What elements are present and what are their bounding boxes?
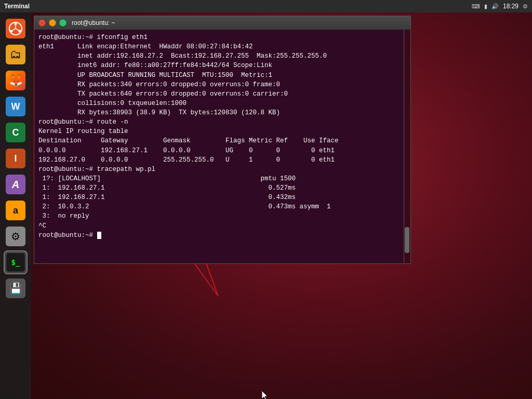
calc-icon: C	[6, 123, 25, 142]
keyboard-icon[interactable]: ⌨	[472, 3, 480, 10]
speaker-icon[interactable]: 🔊	[491, 3, 499, 10]
term-line-9: RX bytes:38903 (38.9 KB) TX bytes:120830…	[38, 108, 406, 117]
terminal-cursor	[97, 232, 101, 239]
sidebar-item-disk[interactable]: 💾	[4, 276, 28, 300]
battery-icon[interactable]: ▮	[484, 3, 487, 10]
terminal-dock-icon: $_	[6, 252, 25, 272]
svg-point-6	[10, 30, 13, 33]
font-icon: A	[6, 175, 25, 194]
term-line-12: Kernel IP routing table	[38, 127, 406, 136]
term-line-20: 2: 10.0.3.2 0.473ms asymm 1	[38, 202, 406, 211]
term-prompt-line: root@ubuntu:~#	[38, 231, 406, 240]
terminal-body[interactable]: root@ubuntu:~# ifconfig eth1 eth1 Link e…	[34, 30, 410, 263]
svg-marker-10	[262, 391, 268, 399]
files-icon: 🗂	[6, 45, 25, 64]
sidebar-item-calc[interactable]: C	[4, 121, 28, 144]
taskbar-right: ⌨ ▮ 🔊 18:29 ⚙	[472, 3, 528, 10]
svg-line-8	[16, 29, 19, 31]
term-line-4: inet6 addr: fe80::a00:27ff:fe84:b442/64 …	[38, 61, 406, 70]
svg-point-4	[15, 23, 17, 25]
writer-icon: W	[6, 97, 25, 116]
term-line-2: eth1 Link encap:Ethernet HWaddr 08:00:27…	[38, 42, 406, 51]
term-line-17: 1?: [LOCALHOST] pmtu 1500	[38, 174, 406, 183]
term-line-16: root@ubuntu:~# tracepath wp.pl	[38, 165, 406, 174]
sidebar-item-font[interactable]: A	[4, 172, 28, 196]
firefox-icon: 🦊	[6, 71, 25, 90]
disk-icon: 💾	[6, 278, 25, 298]
sidebar-item-files[interactable]: 🗂	[4, 43, 28, 66]
taskbar-top: Terminal ⌨ ▮ 🔊 18:29 ⚙	[0, 0, 532, 12]
term-line-15: 192.168.27.0 0.0.0.0 255.255.255.0 U 1 0…	[38, 155, 406, 165]
term-line-1: root@ubuntu:~# ifconfig eth1	[38, 33, 406, 42]
impress-icon: I	[6, 149, 25, 168]
svg-line-9	[12, 29, 16, 31]
term-line-14: 0.0.0.0 192.168.27.1 0.0.0.0 UG 0 0 0 et…	[38, 146, 406, 155]
sidebar-item-impress[interactable]: I	[4, 147, 28, 170]
term-line-13: Destination Gateway Genmask Flags Metric…	[38, 136, 406, 145]
system-settings-icon[interactable]: ⚙	[523, 3, 528, 10]
taskbar-title: Terminal	[4, 3, 30, 10]
term-line-11: root@ubuntu:~# route -n	[38, 117, 406, 127]
window-minimize-button[interactable]: −	[49, 19, 56, 26]
sidebar-item-writer[interactable]: W	[4, 95, 28, 118]
terminal-window: × − □ root@ubuntu: ~ root@ubuntu:~# ifco…	[34, 16, 411, 264]
term-line-7: TX packets:640 errors:0 dropped:0 overru…	[38, 89, 406, 99]
term-line-6: RX packets:340 errors:0 dropped:0 overru…	[38, 80, 406, 89]
sidebar-item-settings[interactable]: ⚙	[4, 224, 28, 248]
taskbar-left: Terminal	[4, 3, 30, 10]
terminal-title: root@ubuntu: ~	[72, 19, 115, 26]
terminal-scrollbar-thumb[interactable]	[405, 227, 409, 253]
term-line-8: collisions:0 txqueuelen:1000	[38, 99, 406, 108]
term-line-5: UP BROADCAST RUNNING MULTICAST MTU:1500 …	[38, 71, 406, 80]
term-line-18: 1: 192.168.27.1 0.527ms	[38, 183, 406, 193]
window-maximize-button[interactable]: □	[59, 19, 66, 26]
term-line-3: inet addr:192.168.27.2 Bcast:192.168.27.…	[38, 51, 406, 61]
mouse-cursor	[262, 391, 269, 399]
ubuntu-logo-icon	[6, 19, 25, 38]
svg-point-5	[19, 30, 21, 33]
amazon-icon: a	[6, 201, 25, 220]
sidebar-item-terminal[interactable]: $_	[4, 250, 28, 274]
sidebar-item-firefox[interactable]: 🦊	[4, 69, 28, 92]
sidebar-item-amazon[interactable]: a	[4, 198, 28, 222]
term-line-21: 3: no reply	[38, 211, 406, 221]
sidebar-item-ubuntu[interactable]	[4, 17, 28, 41]
terminal-titlebar: × − □ root@ubuntu: ~	[34, 16, 410, 30]
clock: 18:29	[503, 3, 518, 10]
sidebar-dock: 🗂 🦊 W C I A a ⚙	[0, 12, 31, 399]
settings-gear-icon: ⚙	[6, 227, 25, 246]
term-line-22: ^C	[38, 221, 406, 231]
window-close-button[interactable]: ×	[38, 19, 46, 26]
term-line-19: 1: 192.168.27.1 0.432ms	[38, 193, 406, 202]
terminal-scrollbar-track[interactable]	[404, 30, 410, 263]
